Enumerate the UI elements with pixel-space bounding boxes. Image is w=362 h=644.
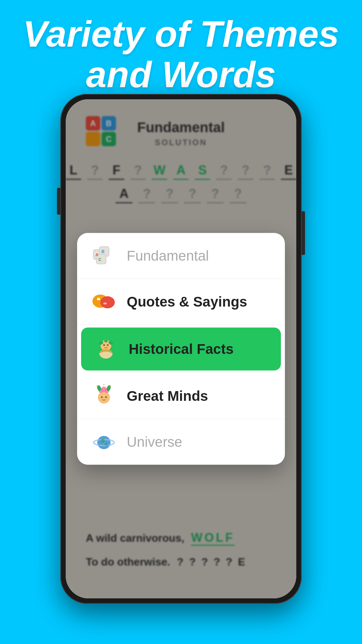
- svg-point-15: [103, 344, 105, 346]
- svg-point-34: [113, 438, 114, 439]
- header-title: Variety of Themes and Words: [0, 13, 362, 95]
- svg-point-16: [107, 344, 109, 346]
- svg-text:A: A: [96, 253, 99, 257]
- theme-label-fundamental: Fundamental: [127, 248, 209, 264]
- svg-point-30: [101, 439, 105, 443]
- svg-point-28: [97, 436, 111, 449]
- svg-point-23: [101, 396, 103, 398]
- phone-screen: A B C Fundamental SOLUTION L ? F ? W A: [66, 99, 296, 598]
- svg-text:C: C: [99, 257, 102, 262]
- theme-item-historical[interactable]: Historical Facts: [81, 328, 281, 371]
- svg-point-17: [98, 391, 110, 404]
- svg-text:❝: ❝: [97, 297, 100, 304]
- theme-item-universe[interactable]: ✦ Universe: [77, 419, 285, 465]
- minds-icon: [90, 383, 117, 410]
- historical-icon: [93, 336, 119, 363]
- fundamental-icon: A B C: [90, 243, 117, 269]
- theme-item-fundamental[interactable]: A B C Fundamental: [77, 233, 285, 279]
- svg-text:✦: ✦: [109, 431, 114, 437]
- universe-icon: ✦: [90, 429, 117, 455]
- theme-label-quotes: Quotes & Sayings: [127, 294, 247, 310]
- svg-point-14: [104, 340, 108, 342]
- svg-point-35: [94, 446, 95, 447]
- svg-text:∞: ∞: [103, 301, 107, 306]
- theme-item-quotes[interactable]: ❝ ∞ Quotes & Sayings: [77, 279, 285, 325]
- theme-label-universe: Universe: [127, 434, 182, 450]
- theme-label-historical: Historical Facts: [129, 341, 234, 357]
- theme-item-minds[interactable]: Great Minds: [77, 373, 285, 419]
- svg-point-7: [100, 296, 115, 308]
- quotes-icon: ❝ ∞: [90, 288, 117, 315]
- phone-mockup: A B C Fundamental SOLUTION L ? F ? W A: [60, 94, 302, 604]
- modal-overlay: A B C Fundamental ❝ ∞: [66, 99, 296, 598]
- theme-label-minds: Great Minds: [127, 388, 208, 404]
- theme-picker-modal: A B C Fundamental ❝ ∞: [77, 233, 285, 465]
- svg-point-24: [105, 396, 107, 398]
- svg-text:B: B: [102, 249, 105, 254]
- svg-point-32: [94, 434, 96, 435]
- svg-point-31: [105, 443, 108, 446]
